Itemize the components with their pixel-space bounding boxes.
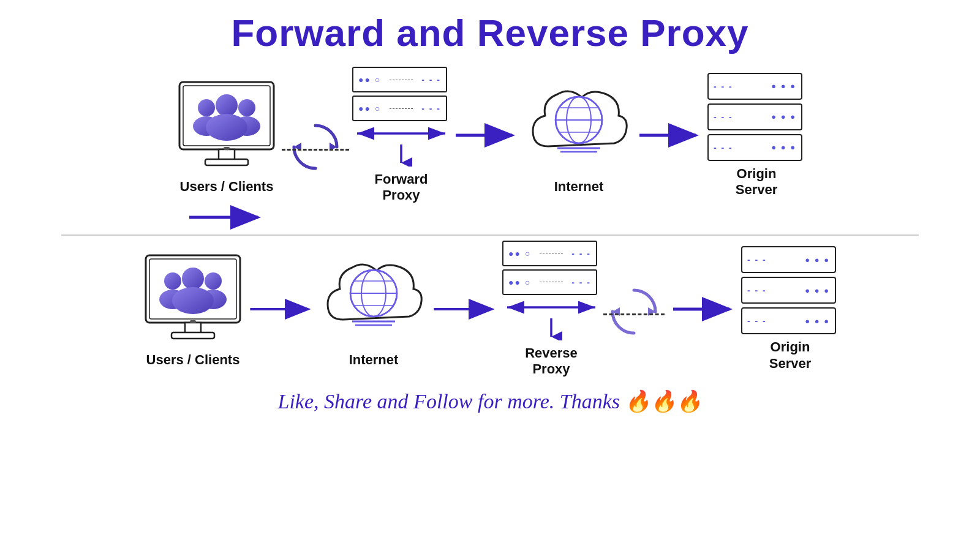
bottom-arrows-top-row — [24, 205, 943, 230]
origin-server-top-node: - - - ● ● ● - - - ● ● ● - - - ● ● ● Orig… — [707, 73, 805, 198]
vert-arrow-forward — [390, 144, 412, 167]
diagram-container: Users / Clients ●● ○ - - - — [24, 61, 956, 378]
svg-point-37 — [164, 272, 181, 290]
sync-dashed-top — [279, 119, 352, 151]
page-title: Forward and Reverse Proxy — [231, 11, 748, 54]
users-clients-bottom-label: Users / Clients — [146, 352, 240, 368]
proxy-server-1: ●● ○ - - - — [352, 67, 447, 92]
svg-point-39 — [205, 272, 222, 290]
sync-icon-bottom — [606, 284, 662, 339]
vert-arrow-reverse — [540, 318, 562, 340]
arrow-internet-to-origin-top — [634, 123, 707, 148]
origin-server-top-2: - - - ● ● ● — [707, 103, 802, 130]
origin-server-top-3: - - - ● ● ● — [707, 134, 802, 161]
origin-server-bottom-node: - - - ● ● ● - - - ● ● ● - - - ● ● ● Orig… — [741, 246, 839, 372]
svg-point-9 — [216, 94, 238, 116]
internet-bottom-label: Internet — [349, 352, 399, 368]
svg-rect-36 — [190, 320, 196, 323]
forward-proxy-stack: ●● ○ - - - ●● ○ - - - — [352, 67, 450, 167]
arrow-users-to-internet-bottom — [245, 297, 318, 321]
users-clients-bottom-node: Users / Clients — [141, 249, 245, 368]
svg-point-41 — [182, 268, 204, 290]
svg-point-5 — [198, 99, 215, 116]
bottom-row: Users / Clients — [24, 241, 956, 378]
svg-rect-4 — [224, 147, 230, 150]
proxy-server-list: ●● ○ - - - ●● ○ - - - — [352, 67, 450, 121]
top-row: Users / Clients ●● ○ - - - — [24, 67, 956, 204]
sync-icon-top — [288, 119, 343, 174]
proxy-server-2: ●● ○ - - - — [352, 96, 447, 121]
internet-top-label: Internet — [554, 179, 604, 195]
sync-area-bottom — [600, 284, 668, 315]
origin-server-bottom-label: OriginServer — [769, 339, 812, 372]
cloud-icon-top — [524, 76, 634, 174]
svg-rect-35 — [172, 332, 214, 339]
forward-proxy-label: ForwardProxy — [375, 171, 428, 204]
users-clients-top-label: Users / Clients — [180, 179, 274, 195]
arrow-rp-to-origin-bottom — [668, 297, 741, 321]
dashed-line-bottom — [603, 313, 665, 315]
monitor-icon-bottom — [141, 249, 245, 347]
origin-server-top-label: OriginServer — [736, 166, 778, 198]
forward-proxy-node: ●● ○ - - - ●● ○ - - - — [352, 67, 450, 204]
reverse-proxy-label: ReverseProxy — [525, 345, 578, 378]
origin-servers-top: - - - ● ● ● - - - ● ● ● - - - ● ● ● — [707, 73, 805, 161]
section-divider — [61, 234, 919, 236]
svg-point-7 — [238, 99, 255, 116]
origin-server-bottom-2: - - - ● ● ● — [741, 277, 836, 304]
internet-bottom-node: Internet — [318, 249, 429, 368]
users-clients-top-node: Users / Clients — [175, 76, 279, 195]
monitor-icon-top — [175, 76, 279, 174]
origin-server-top-1: - - - ● ● ● — [707, 73, 802, 100]
origin-server-bottom-1: - - - ● ● ● — [741, 246, 836, 273]
internet-top-node: Internet — [524, 76, 634, 195]
footer-text: Like, Share and Follow for more. Thanks … — [278, 389, 703, 413]
svg-point-10 — [206, 114, 247, 141]
reverse-proxy-server-list: ●● ○ - - - ●● ○ - - - — [502, 241, 600, 295]
cloud-icon-bottom — [318, 249, 429, 347]
origin-server-bottom-3: - - - ● ● ● — [741, 307, 836, 334]
arrow-internet-to-rp — [429, 297, 502, 321]
svg-point-42 — [172, 287, 214, 314]
origin-servers-bottom: - - - ● ● ● - - - ● ● ● - - - ● ● ● — [741, 246, 839, 334]
dashed-line-top — [282, 149, 349, 151]
arrow-fp-to-internet — [450, 123, 524, 148]
reverse-proxy-stack: ●● ○ - - - ●● ○ - - - — [502, 241, 600, 340]
bidir-arrow-forward — [352, 122, 450, 144]
reverse-proxy-server-1: ●● ○ - - - — [502, 241, 597, 266]
bidir-arrow-reverse — [502, 296, 600, 318]
svg-rect-3 — [205, 159, 248, 165]
reverse-proxy-server-2: ●● ○ - - - — [502, 269, 597, 295]
reverse-proxy-node: ●● ○ - - - ●● ○ - - - — [502, 241, 600, 378]
